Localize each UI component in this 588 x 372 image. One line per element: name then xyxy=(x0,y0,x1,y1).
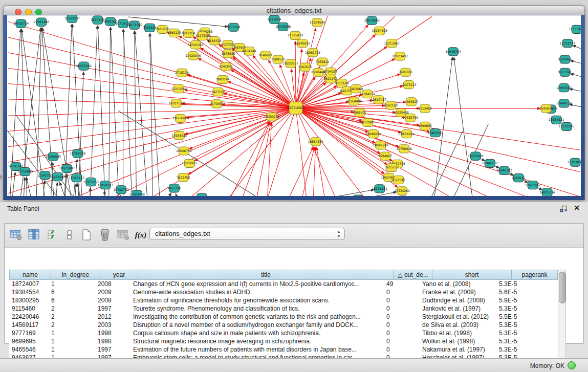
delete-table-icon[interactable] xyxy=(98,227,112,243)
graph-node[interactable]: 19384554 xyxy=(360,90,376,98)
graph-node[interactable]: 8912954 xyxy=(182,29,195,37)
close-panel-icon[interactable]: ✕ xyxy=(574,204,580,212)
graph-node[interactable]: 19218596 xyxy=(275,23,291,31)
graph-node[interactable]: 20364486 xyxy=(346,97,362,105)
graph-node[interactable]: 15751074 xyxy=(560,39,576,48)
row-height-icon[interactable] xyxy=(62,227,77,243)
graph-node[interactable]: 9463627 xyxy=(404,98,418,106)
graph-node[interactable]: 11113404 xyxy=(569,25,581,33)
graph-node[interactable]: 10807487 xyxy=(371,96,386,104)
graph-node[interactable]: 9227341 xyxy=(558,68,572,76)
table-row[interactable]: 977716911998Corpus callosum shape and si… xyxy=(9,329,558,337)
graph-node[interactable]: 1588520 xyxy=(271,55,285,63)
graph-node[interactable]: 10653287 xyxy=(64,15,80,23)
graph-node[interactable]: 19584554 xyxy=(308,138,324,146)
graph-node[interactable]: 17957253 xyxy=(83,178,99,186)
select-rows-icon[interactable] xyxy=(46,227,60,243)
column-header-title[interactable]: title xyxy=(138,270,394,280)
graph-node[interactable]: 17334269 xyxy=(394,187,410,195)
graph-node[interactable]: 16961758 xyxy=(305,49,321,57)
graph-node[interactable]: 8454749 xyxy=(243,47,256,55)
graph-node[interactable]: 12093587 xyxy=(556,84,572,92)
graph-node[interactable]: 9146821 xyxy=(259,51,273,59)
graph-node[interactable]: 20053346 xyxy=(76,62,92,70)
table-settings-icon[interactable] xyxy=(9,227,23,243)
graph-node[interactable]: 9186034 xyxy=(195,193,209,196)
network-canvas[interactable]: 1405572420691406106532871527602696616010… xyxy=(7,15,581,196)
table-vertical-scrollbar[interactable] xyxy=(558,270,566,360)
graph-node[interactable]: 10688609 xyxy=(366,130,382,138)
graph-node[interactable]: 9699695 xyxy=(418,122,432,130)
panel-collapse-arrow-icon[interactable] xyxy=(0,174,3,180)
graph-node[interactable]: 9860124 xyxy=(167,29,181,37)
graph-node[interactable]: 1595834 xyxy=(539,104,553,113)
table-row[interactable]: 911546021997Tourette syndrome. Phenomeno… xyxy=(9,304,558,313)
graph-node[interactable]: 10975887 xyxy=(59,164,75,172)
graph-node[interactable]: 12505115 xyxy=(69,174,85,182)
column-header-name[interactable]: name xyxy=(9,270,51,280)
graph-node[interactable]: 11325419 xyxy=(288,31,303,39)
graph-node[interactable]: 12213967 xyxy=(384,39,400,48)
graph-node[interactable]: 9777169 xyxy=(335,79,349,87)
column-header-in_degree[interactable]: in_degree xyxy=(51,270,100,280)
graph-node[interactable]: 12213383 xyxy=(171,85,187,93)
create-table-icon[interactable] xyxy=(79,227,94,243)
graph-node[interactable]: 17359928 xyxy=(70,149,86,158)
column-header-out_de[interactable]: △ out_de... xyxy=(394,270,432,280)
column-header-year[interactable]: year xyxy=(100,270,138,280)
graph-node[interactable]: 9115460 xyxy=(418,104,432,113)
graph-node[interactable]: 20691406 xyxy=(34,18,50,26)
graph-node[interactable]: 1527602 xyxy=(91,16,104,24)
table-row[interactable]: 2242004622012Investigating the contribut… xyxy=(9,313,558,321)
scrollbar-thumb[interactable] xyxy=(559,272,566,303)
table-row[interactable]: 1938455462009Genome-wide association stu… xyxy=(9,288,558,296)
graph-node[interactable]: 16154808 xyxy=(372,27,387,35)
graph-node[interactable]: 18220357 xyxy=(283,59,299,68)
graph-node[interactable]: 9245012 xyxy=(512,174,526,182)
graph-node[interactable]: 16401245 xyxy=(427,129,443,137)
graph-node[interactable]: 19654923 xyxy=(399,130,415,138)
graph-node[interactable]: 18107554 xyxy=(168,99,184,107)
graph-node[interactable]: 7625402 xyxy=(177,173,190,181)
graph-node[interactable]: 16958107 xyxy=(97,181,113,189)
graph-node[interactable]: 9127503 xyxy=(195,32,209,40)
graph-node[interactable]: 7485063 xyxy=(399,68,412,76)
graph-node[interactable]: 1562615 xyxy=(298,63,312,71)
table-row[interactable]: 1830029562008Estimation of significance … xyxy=(9,296,558,304)
graph-node[interactable]: 12210345 xyxy=(559,122,575,130)
graph-node[interactable]: 18640910 xyxy=(295,39,311,48)
graph-node[interactable]: 8990448 xyxy=(312,68,325,76)
graph-node[interactable]: 18724007 xyxy=(288,102,304,114)
table-row[interactable]: 946554611997Estimation of the future num… xyxy=(9,345,558,354)
graph-node[interactable]: 3427552 xyxy=(211,88,225,96)
graph-node[interactable]: 2522547 xyxy=(391,176,405,184)
graph-node[interactable]: 4170051 xyxy=(210,100,224,108)
graph-node[interactable]: 16136141 xyxy=(372,185,387,193)
graph-node[interactable]: 8186328 xyxy=(208,36,222,45)
graph-node[interactable]: 1615152 xyxy=(385,163,399,171)
graph-node[interactable]: 1562160 xyxy=(384,101,398,110)
table-row[interactable]: 1872400712008Changes of HCN gene express… xyxy=(9,280,558,288)
graph-node[interactable]: 2718126 xyxy=(175,69,189,77)
graph-node[interactable]: 12444134 xyxy=(556,99,572,107)
graph-node[interactable]: 16648784 xyxy=(445,48,461,56)
graph-node[interactable]: 7986372 xyxy=(353,108,366,117)
graph-node[interactable]: 19654985 xyxy=(172,114,188,122)
float-panel-icon[interactable] xyxy=(560,205,568,212)
function-builder-icon[interactable]: f(x) xyxy=(134,227,148,243)
table-row[interactable]: 1456911722003Disruption of a novel membe… xyxy=(9,321,558,329)
memory-status-indicator[interactable] xyxy=(568,361,576,369)
graph-node[interactable]: 7857224 xyxy=(227,23,241,31)
column-header-pagerank[interactable]: pagerank xyxy=(512,270,558,280)
window-titlebar[interactable]: citations_edges.txt xyxy=(3,5,585,16)
graph-node[interactable]: 12975115 xyxy=(401,80,417,89)
select-columns-icon[interactable] xyxy=(27,227,41,243)
graph-node[interactable]: 7663822 xyxy=(156,25,169,33)
graph-node[interactable]: 7515526 xyxy=(143,24,157,32)
graph-node[interactable]: 8675685 xyxy=(222,50,235,58)
graph-node[interactable]: 2803144 xyxy=(216,75,230,83)
graph-node[interactable]: 14055724 xyxy=(13,19,29,28)
graph-node[interactable]: 16584321 xyxy=(549,116,564,124)
graph-node[interactable]: 9857791 xyxy=(167,184,181,192)
graph-node[interactable]: 7955812 xyxy=(316,58,330,66)
